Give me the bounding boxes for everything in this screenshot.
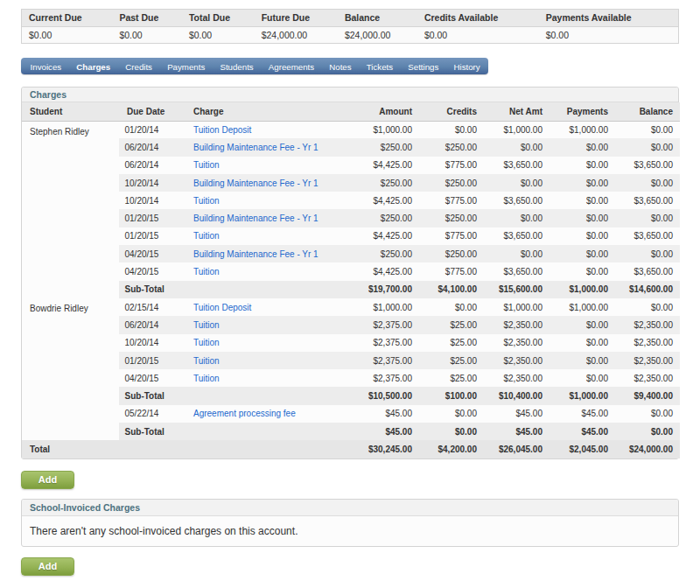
charge-row: 04/20/15Building Maintenance Fee - Yr 1$… [22, 245, 680, 262]
summary-value: $0.00 [417, 26, 539, 44]
charge-name-cell: Tuition [186, 352, 354, 369]
charge-payments: $0.00 [550, 174, 615, 192]
summary-column-header: Past Due [112, 10, 182, 27]
charge-net-amt: $45.00 [484, 405, 550, 423]
charge-link[interactable]: Tuition [193, 338, 220, 347]
charge-balance: $0.00 [615, 298, 680, 316]
charge-credits: $25.00 [419, 316, 484, 333]
charge-balance: $0.00 [615, 405, 680, 423]
tab-bar: InvoicesChargesCreditsPaymentsStudentsAg… [21, 58, 488, 74]
charge-due-date: 10/20/14 [119, 192, 186, 209]
charge-row: 06/20/14Building Maintenance Fee - Yr 1$… [22, 138, 680, 156]
charge-row: 01/20/15Tuition$2,375.00$25.00$2,350.00$… [22, 352, 680, 369]
charge-balance: $3,650.00 [615, 262, 680, 280]
summary-column-header: Total Due [182, 10, 255, 27]
charge-balance: $2,350.00 [615, 334, 680, 352]
student-name-cell: Bowdrie Ridley [22, 298, 119, 405]
subtotal-credits: $0.00 [419, 423, 484, 440]
charge-payments: $0.00 [550, 157, 615, 174]
tab-settings[interactable]: Settings [401, 59, 446, 75]
charges-column-header: Net Amt [484, 102, 550, 121]
tab-payments[interactable]: Payments [160, 59, 213, 75]
tab-agreements[interactable]: Agreements [261, 59, 321, 75]
charge-balance: $2,350.00 [615, 352, 680, 369]
summary-column-header: Future Due [255, 10, 338, 27]
charge-link[interactable]: Tuition [193, 320, 220, 330]
charge-link[interactable]: Tuition [193, 267, 220, 276]
charge-payments: $0.00 [550, 262, 615, 280]
charge-name-cell: Building Maintenance Fee - Yr 1 [186, 209, 354, 227]
charge-link[interactable]: Tuition [193, 196, 220, 206]
charges-column-header: Due Date [119, 102, 186, 121]
charge-payments: $1,000.00 [550, 298, 615, 316]
charge-name-cell: Tuition [186, 157, 354, 174]
add-school-invoiced-charge-button[interactable]: Add [21, 557, 74, 576]
charge-credits: $250.00 [419, 138, 484, 156]
page: Current DuePast DueTotal DueFuture DueBa… [0, 0, 700, 576]
tab-charges[interactable]: Charges [69, 59, 118, 75]
total-spacer [186, 440, 354, 458]
charge-link[interactable]: Building Maintenance Fee - Yr 1 [193, 178, 318, 188]
charge-link[interactable]: Building Maintenance Fee - Yr 1 [193, 214, 318, 223]
charge-payments: $0.00 [550, 209, 615, 227]
charge-net-amt: $2,350.00 [484, 352, 550, 369]
subtotal-row: Sub-Total$45.00$0.00$45.00$45.00$0.00 [22, 423, 680, 440]
charge-credits: $0.00 [419, 298, 484, 316]
charge-link[interactable]: Agreement processing fee [193, 409, 296, 418]
account-summary-table: Current DuePast DueTotal DueFuture DueBa… [21, 9, 679, 44]
charge-name-cell: Tuition [186, 369, 354, 387]
subtotal-payments: $45.00 [550, 423, 615, 440]
tab-credits[interactable]: Credits [118, 59, 160, 75]
summary-header-row: Current DuePast DueTotal DueFuture DueBa… [22, 10, 679, 27]
charge-link[interactable]: Tuition [193, 231, 220, 241]
charge-link[interactable]: Building Maintenance Fee - Yr 1 [193, 249, 318, 259]
charges-column-header: Amount [354, 102, 419, 121]
tab-tickets[interactable]: Tickets [359, 59, 401, 75]
charge-due-date: 01/20/15 [119, 209, 186, 227]
charge-link[interactable]: Tuition Deposit [193, 303, 251, 312]
charge-row: 10/20/14Tuition$4,425.00$775.00$3,650.00… [22, 192, 680, 209]
charges-column-header: Charge [186, 102, 354, 121]
charge-net-amt: $3,650.00 [484, 157, 550, 174]
charge-balance: $0.00 [615, 209, 680, 227]
charge-due-date: 06/20/14 [119, 157, 186, 174]
charge-row: 06/20/14Tuition$2,375.00$25.00$2,350.00$… [22, 316, 680, 333]
charge-due-date: 01/20/15 [119, 352, 186, 369]
charge-credits: $775.00 [419, 192, 484, 209]
tab-notes[interactable]: Notes [322, 59, 360, 75]
summary-column-header: Payments Available [539, 10, 679, 27]
summary-value: $0.00 [22, 26, 113, 44]
charge-amount: $4,425.00 [354, 262, 419, 280]
subtotal-payments: $1,000.00 [550, 281, 615, 298]
tab-invoices[interactable]: Invoices [23, 59, 69, 75]
charge-credits: $250.00 [419, 209, 484, 227]
charge-link[interactable]: Tuition Deposit [193, 125, 251, 135]
charge-amount: $4,425.00 [354, 228, 419, 245]
tab-students[interactable]: Students [213, 59, 261, 75]
charge-due-date: 06/20/14 [119, 316, 186, 333]
charge-amount: $2,375.00 [354, 369, 419, 387]
charge-payments: $0.00 [550, 245, 615, 262]
charge-link[interactable]: Building Maintenance Fee - Yr 1 [193, 143, 318, 152]
charge-link[interactable]: Tuition [193, 356, 220, 366]
charge-payments: $0.00 [550, 138, 615, 156]
charge-balance: $3,650.00 [615, 157, 680, 174]
charge-amount: $1,000.00 [354, 298, 419, 316]
student-name-cell: Stephen Ridley [22, 121, 119, 298]
charge-row: 06/20/14Tuition$4,425.00$775.00$3,650.00… [22, 157, 680, 174]
charge-payments: $0.00 [550, 192, 615, 209]
total-credits: $4,200.00 [419, 440, 484, 458]
student-name: Bowdrie Ridley [30, 304, 88, 313]
total-label: Total [22, 440, 119, 458]
subtotal-balance: $9,400.00 [615, 387, 680, 404]
charge-amount: $250.00 [354, 138, 419, 156]
charges-column-header: Credits [419, 102, 484, 121]
add-charge-button[interactable]: Add [21, 471, 74, 489]
charge-net-amt: $3,650.00 [484, 262, 550, 280]
charge-payments: $45.00 [550, 405, 615, 423]
charge-link[interactable]: Tuition [193, 374, 220, 383]
charge-name-cell: Tuition Deposit [186, 121, 354, 138]
tab-history[interactable]: History [446, 59, 487, 75]
charge-amount: $250.00 [354, 209, 419, 227]
charge-link[interactable]: Tuition [193, 160, 220, 170]
